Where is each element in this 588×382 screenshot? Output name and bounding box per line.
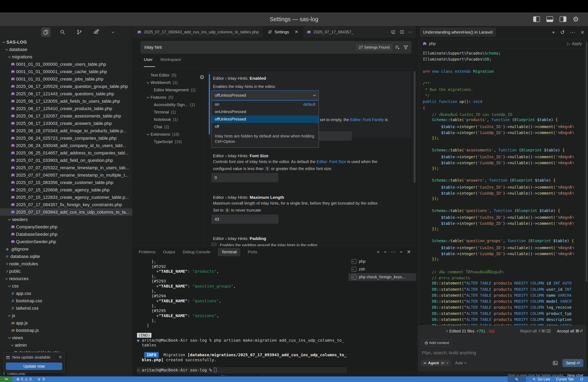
split-editor-icon[interactable] <box>399 30 404 34</box>
close-icon[interactable]: ✕ <box>59 355 62 360</box>
tree-folder-migrations[interactable]: migrations <box>0 53 132 60</box>
tree-file-2025_06_24_030048_add_company_id_to_users_tabl...[interactable]: 2025_06_24_030048_add_company_id_to_user… <box>0 142 132 149</box>
new-terminal-icon[interactable]: + <box>377 249 379 255</box>
padding-checkbox[interactable] <box>211 243 217 246</box>
tree-file-app.css[interactable]: #app.css <box>0 290 132 297</box>
tree-file-bootstrap.css[interactable]: #bootstrap.css <box>0 297 132 305</box>
tab-settings[interactable]: Settings ✕ <box>263 26 303 38</box>
chat-input-placeholder[interactable]: Plan, search, build anything <box>422 350 476 355</box>
chat-scrollbar[interactable] <box>586 42 588 282</box>
problems-status[interactable]: ⊗0 ⚠0 <box>16 377 31 382</box>
toc-Chat[interactable]: Chat(2) <box>146 123 203 131</box>
agent-mode-selector[interactable]: ∞ Agent ⌘I <box>421 360 451 366</box>
panel-tab-Output[interactable]: Output <box>163 250 175 254</box>
tab-workspace-settings[interactable]: Workspace <box>160 57 181 62</box>
tree-folder-css[interactable]: css <box>0 282 132 290</box>
tree-folder-SAS-LOG[interactable]: SAS-LOG <box>0 38 132 46</box>
cursor-tab-status[interactable]: Cursor Tab <box>556 377 574 382</box>
tree-folder-js[interactable]: js <box>0 312 132 319</box>
tree-file-2025_06_24_025723_create_companies_table.php[interactable]: 2025_06_24_025723_create_companies_table… <box>0 134 132 142</box>
terminal-session-zsh[interactable]: >_zsh <box>348 265 416 273</box>
tree-file-2025_07_01_033903_add_field_on_question.php[interactable]: 2025_07_01_033903_add_field_on_question.… <box>0 157 132 164</box>
close-chat-icon[interactable]: ✕ <box>581 30 584 35</box>
terminal-profile-chevron-icon[interactable] <box>384 250 386 252</box>
tree-folder-admin[interactable]: admin <box>0 342 132 349</box>
tree-file-2025_06_17_123055_add_fields_to_users_table.php[interactable]: 2025_06_17_123055_add_fields_to_users_ta… <box>0 97 132 105</box>
toc-Features[interactable]: Features(5) <box>146 94 203 101</box>
model-selector[interactable]: Auto <box>455 361 466 365</box>
notifications-bell-icon[interactable] <box>580 377 584 381</box>
tree-folder-node_modules[interactable]: node_modules <box>0 260 132 267</box>
close-panel-icon[interactable]: ✕ <box>407 249 411 255</box>
tree-file-2025_06_17_125410_create_products_table.php[interactable]: 2025_06_17_125410_create_products_table.… <box>0 105 132 112</box>
toggle-panel-icon[interactable] <box>546 16 553 22</box>
filter-icon[interactable] <box>403 45 408 50</box>
tree-file-2025_06_18_070343_add_image_to_products_table.p...[interactable]: 2025_06_18_070343_add_image_to_products_… <box>0 127 132 134</box>
apply-button[interactable]: ▷ Apply <box>567 41 582 46</box>
tree-file-tailwind.css[interactable]: #tailwind.css <box>0 305 132 312</box>
panel-tab-Terminal[interactable]: Terminal <box>218 248 240 256</box>
inlay-hints-enabled-select[interactable]: offUnlessPressed <box>211 90 319 100</box>
tree-folder-seeders[interactable]: seeders <box>0 216 132 223</box>
tree-file-DatabaseSeeder.php[interactable]: DatabaseSeeder.php <box>0 230 132 238</box>
editor-font-family-link[interactable]: Editor: Font Family <box>350 117 384 122</box>
reject-all-button[interactable]: Reject all ⇧⌘⌫ <box>520 329 551 333</box>
tree-file-QuestionSeeder.php[interactable]: QuestionSeeder.php <box>0 238 132 245</box>
panel-tab-Ports[interactable]: Ports <box>248 250 257 254</box>
dropdown-option-offUnlessPressed[interactable]: offUnlessPressed <box>211 115 319 123</box>
more-actions-icon[interactable]: ⋯ <box>408 30 412 34</box>
code-content[interactable]: Illuminate\Support\Facades\Schema;Illumi… <box>419 49 585 326</box>
tree-file-CompanySeeder.php[interactable]: CompanySeeder.php <box>0 223 132 230</box>
settings-scrollbar[interactable] <box>414 71 416 183</box>
tree-folder-database[interactable]: database <box>0 46 132 53</box>
toggle-sidebar-icon[interactable] <box>533 16 540 22</box>
accept-all-button[interactable]: Accept all ⌘⏎ <box>557 329 583 333</box>
dropdown-option-onUnlessPressed[interactable]: onUnlessPressed <box>211 108 319 115</box>
tree-file-2025_07_07_025322_rename_timestamp_in_users_tab...[interactable]: 2025_07_07_025322_rename_timestamp_in_us… <box>0 164 132 172</box>
toc-Extensions[interactable]: Extensions(16) <box>146 131 203 138</box>
settings-search-input[interactable]: inlay hint 27 Settings Found <box>141 41 411 54</box>
update-now-button[interactable]: Update now <box>6 363 62 370</box>
open-changes-icon[interactable] <box>391 30 396 34</box>
tree-folder-resources[interactable]: resources <box>0 275 132 282</box>
max-length-input[interactable]: 43 <box>211 215 278 224</box>
add-context-button[interactable]: @ Add context <box>421 340 452 346</box>
close-tab-icon[interactable]: ✕ <box>294 29 298 35</box>
chat-history-icon[interactable]: ↺ <box>560 29 565 36</box>
tree-file-2025_06_17_105529_create_question_groups_table.php[interactable]: 2025_06_17_105529_create_question_groups… <box>0 83 132 90</box>
tree-file-2025_06_17_132057_create_assessments_table.php[interactable]: 2025_06_17_132057_create_assessments_tab… <box>0 112 132 120</box>
tree-file-2025_07_15_083356_create_customer_table.php[interactable]: 2025_07_15_083356_create_customer_table.… <box>0 179 132 186</box>
chevron-down-icon[interactable] <box>108 27 118 37</box>
toc-Notebook[interactable]: Notebook(1) <box>146 116 203 123</box>
explorer-icon[interactable] <box>41 27 51 37</box>
tree-file-2025_07_17_084357_fix_foreign_key_constraints.php[interactable]: 2025_07_17_084357_fix_foreign_key_constr… <box>0 201 132 208</box>
tab-migration-084357[interactable]: 2025_07_17_084357_ ⋯ <box>303 26 416 38</box>
source-control-icon[interactable] <box>75 27 84 37</box>
terminal-session-php[interactable]: >_php <box>348 258 416 265</box>
go-live-button[interactable]: Go Live <box>532 377 550 382</box>
panel-tab-Debug Console[interactable]: Debug Console <box>183 250 210 254</box>
maximize-panel-icon[interactable] <box>400 251 402 253</box>
tree-file-2025_06_17_121443_create_questions_table.php[interactable]: 2025_06_17_121443_create_questions_table… <box>0 90 132 97</box>
toc-Terminal[interactable]: Terminal(1) <box>146 109 203 116</box>
tree-file-2025_06_25_014657_add_address_to_companies_tabl...[interactable]: 2025_06_25_014657_add_address_to_compani… <box>0 149 132 157</box>
tree-file-0001_01_01_000002_create_jobs_table.php[interactable]: 0001_01_01_000002_create_jobs_table.php <box>0 75 132 83</box>
tree-folder-public[interactable]: public <box>0 267 132 275</box>
zoom-indicator[interactable] <box>508 376 526 382</box>
expand-edits-chevron[interactable] <box>445 330 448 332</box>
ports-status[interactable]: 0 <box>37 377 45 382</box>
tree-file-2025_07_17_093943_add_cus_ins_udp_columns_to_ta...[interactable]: 2025_07_17_093943_add_cus_ins_udp_column… <box>0 208 132 216</box>
tree-file-0001_01_01_000000_create_users_table.php[interactable]: 0001_01_01_000000_create_users_table.php <box>0 60 132 68</box>
extensions-icon[interactable] <box>91 27 101 37</box>
tab-user-settings[interactable]: User <box>144 57 153 62</box>
tree-file-app.js[interactable]: JSapp.js <box>0 319 132 327</box>
editor-font-size-link[interactable]: Editor: Font Size <box>316 159 346 164</box>
setting-gear-icon[interactable]: ⚙ <box>199 74 204 80</box>
toc-Editor Management[interactable]: Editor Management(1) <box>146 86 203 94</box>
chat-tab[interactable]: Understanding whereHas() in Laravel <box>420 28 496 37</box>
tree-folder-views[interactable]: views <box>0 334 132 342</box>
toc-Workbench[interactable]: Workbench(1) <box>146 79 203 86</box>
tab-migration-093943[interactable]: 2025_07_17_093943_add_cus_ins_udp_column… <box>133 26 263 38</box>
attach-image-icon[interactable] <box>552 360 558 366</box>
toc-TypeScript[interactable]: TypeScript(16) <box>146 138 203 145</box>
